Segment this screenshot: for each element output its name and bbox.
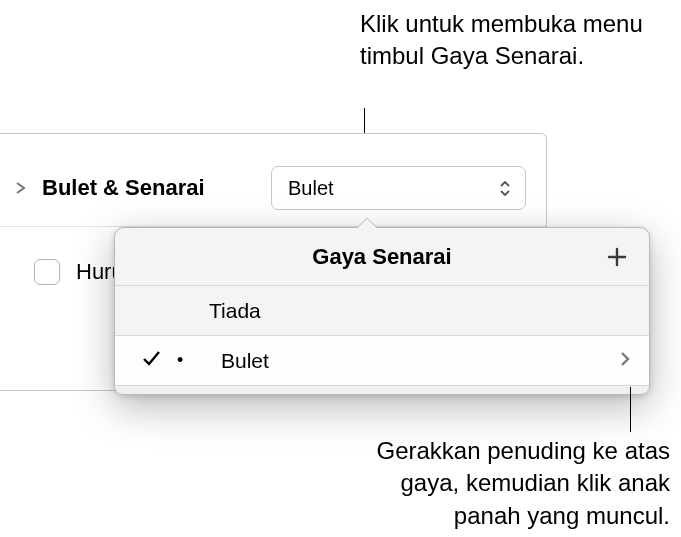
menu-item-bullet[interactable]: • Bulet: [115, 336, 649, 386]
callout-text-top: Klik untuk membuka menu timbul Gaya Sena…: [360, 8, 681, 73]
chevron-right-icon[interactable]: [619, 349, 631, 373]
font-checkbox[interactable]: [34, 259, 60, 285]
callout-line-bottom: [630, 387, 631, 432]
add-style-button[interactable]: [603, 243, 631, 271]
format-panel: Bulet & Senarai Bulet Huru Gaya Senarai: [0, 133, 547, 391]
callout-text-bottom: Gerakkan penuding ke atas gaya, kemudian…: [356, 435, 670, 532]
menu-item-label: Bulet: [221, 349, 269, 373]
popup-title: Gaya Senarai: [312, 244, 451, 270]
popup-arrow-icon: [357, 218, 377, 228]
plus-icon: [606, 246, 628, 268]
bullet-icon: •: [177, 350, 183, 371]
section-header: Bulet & Senarai Bulet: [0, 134, 546, 226]
popup-bottom-edge: [115, 386, 649, 394]
menu-item-none[interactable]: Tiada: [115, 286, 649, 336]
list-style-popup-menu: Gaya Senarai Tiada • Bulet: [114, 227, 650, 395]
section-title: Bulet & Senarai: [42, 175, 205, 201]
disclosure-chevron-icon[interactable]: [14, 181, 28, 195]
checkmark-icon: [141, 348, 161, 373]
popup-button-value: Bulet: [288, 177, 334, 200]
popup-header: Gaya Senarai: [115, 228, 649, 286]
updown-chevron-icon: [499, 181, 511, 196]
list-style-popup-button[interactable]: Bulet: [271, 166, 526, 210]
menu-item-label: Tiada: [209, 299, 261, 323]
